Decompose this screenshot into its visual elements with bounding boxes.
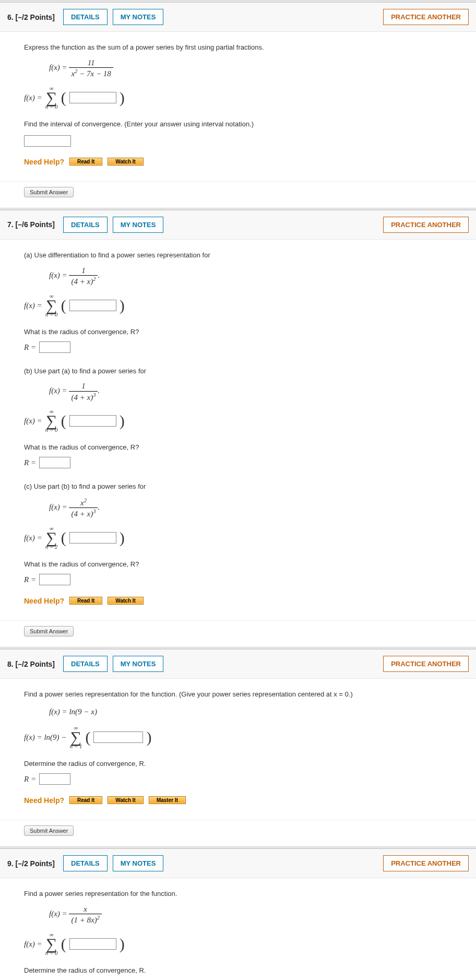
radius-prompt: Determine the radius of convergence, R. [24,759,452,770]
part-a-radius-prompt: What is the radius of convergence, R? [24,327,452,338]
mynotes-button[interactable]: MY NOTES [113,656,164,672]
practice-another-button[interactable]: PRACTICE ANOTHER [383,217,469,233]
mynotes-button[interactable]: MY NOTES [113,855,164,871]
part-b-series-row: f(x) = ∞∑n = 0 ( ) [24,409,452,433]
watchit-button[interactable]: Watch It [108,796,144,804]
part-c-term-input[interactable] [69,532,116,544]
readit-button[interactable]: Read It [69,796,102,804]
submit-row: Submit Answer [0,181,476,208]
question-number: 9. [–/2 Points] [7,859,55,868]
part-b-prompt: (b) Use part (a) to find a power series … [24,366,452,377]
part-b-term-input[interactable] [69,415,116,427]
readit-button[interactable]: Read It [69,597,102,605]
submit-answer-button[interactable]: Submit Answer [24,187,74,197]
function-display: f(x) = 11x2 − 7x − 18 [49,58,452,78]
part-c-radius-input[interactable] [39,574,70,585]
mynotes-button[interactable]: MY NOTES [113,217,164,233]
prompt-text: Express the function as the sum of a pow… [24,42,452,53]
part-b-function: f(x) = 1(4 + x)3. [49,382,452,402]
question-body: Find a power series representation for t… [0,679,476,820]
radius-prompt: Determine the radius of convergence, R. [24,965,452,976]
submit-answer-button[interactable]: Submit Answer [24,825,74,836]
need-help-label: Need Help? [24,156,64,168]
practice-another-button[interactable]: PRACTICE ANOTHER [383,9,469,25]
function-display: f(x) = ln(9 − x) [49,705,452,718]
interval-input[interactable] [24,135,71,147]
question-header: 8. [–/2 Points] DETAILS MY NOTES PRACTIC… [0,650,476,679]
sigma-icon: ∞∑n = 1 [69,725,82,749]
details-button[interactable]: DETAILS [63,855,108,871]
question-header: 9. [–/2 Points] DETAILS MY NOTES PRACTIC… [0,849,476,878]
question-8: 8. [–/2 Points] DETAILS MY NOTES PRACTIC… [0,649,476,846]
part-a-series-row: f(x) = ∞∑n = 0 ( ) [24,293,452,317]
need-help-row: Need Help? Read It Watch It [24,595,452,607]
question-7: 7. [–/6 Points] DETAILS MY NOTES PRACTIC… [0,210,476,647]
prompt-text: Find a power series representation for t… [24,689,452,700]
mynotes-button[interactable]: MY NOTES [113,9,164,25]
series-answer-row: f(x) = ln(9) − ∞∑n = 1 ( ) [24,725,452,749]
sigma-icon: ∞∑n = 0 [45,293,58,317]
watchit-button[interactable]: Watch It [108,158,144,166]
question-body: Find a power series representation for t… [0,878,476,980]
part-a-radius-input[interactable] [39,341,70,353]
series-term-input[interactable] [69,92,116,103]
part-a-function: f(x) = 1(4 + x)2. [49,266,452,286]
need-help-row: Need Help? Read It Watch It [24,156,452,168]
need-help-row: Need Help? Read It Watch It Master It [24,795,452,806]
practice-another-button[interactable]: PRACTICE ANOTHER [383,656,469,672]
part-b-radius-input[interactable] [39,457,70,468]
need-help-label: Need Help? [24,795,64,806]
submit-row: Submit Answer [0,820,476,846]
masterit-button[interactable]: Master It [149,796,186,804]
interval-prompt: Find the interval of convergence. (Enter… [24,119,452,130]
question-body: Express the function as the sum of a pow… [0,32,476,181]
details-button[interactable]: DETAILS [63,9,108,25]
sigma-icon: ∞∑n = 0 [45,409,58,433]
radius-input[interactable] [39,773,70,785]
details-button[interactable]: DETAILS [63,217,108,233]
series-term-input[interactable] [69,938,116,950]
question-number: 6. [–/2 Points] [7,13,55,21]
series-answer-row: f(x) = ∞∑n = 0 ( ) [24,86,452,110]
part-b-radius-prompt: What is the radius of convergence, R? [24,442,452,453]
sigma-icon: ∞∑n = 2 [45,526,58,550]
submit-row: Submit Answer [0,620,476,647]
sigma-icon: ∞∑n = 0 [45,86,58,110]
practice-another-button[interactable]: PRACTICE ANOTHER [383,855,469,871]
prompt-text: Find a power series representation for t… [24,889,452,900]
part-a-prompt: (a) Use differentiation to find a power … [24,250,452,261]
readit-button[interactable]: Read It [69,158,102,166]
question-number: 7. [–/6 Points] [7,220,55,229]
sigma-icon: ∞∑n = 0 [45,932,58,956]
part-c-radius-prompt: What is the radius of convergence, R? [24,559,452,570]
question-header: 6. [–/2 Points] DETAILS MY NOTES PRACTIC… [0,3,476,32]
part-c-series-row: f(x) = ∞∑n = 2 ( ) [24,526,452,550]
question-9: 9. [–/2 Points] DETAILS MY NOTES PRACTIC… [0,848,476,980]
part-a-term-input[interactable] [69,300,116,311]
part-c-function: f(x) = x2(4 + x)3. [49,498,452,518]
question-6: 6. [–/2 Points] DETAILS MY NOTES PRACTIC… [0,2,476,208]
watchit-button[interactable]: Watch It [108,597,144,605]
question-body: (a) Use differentiation to find a power … [0,240,476,620]
question-header: 7. [–/6 Points] DETAILS MY NOTES PRACTIC… [0,210,476,240]
need-help-label: Need Help? [24,595,64,607]
series-term-input[interactable] [93,731,143,743]
details-button[interactable]: DETAILS [63,656,108,672]
function-display: f(x) = x(1 + 8x)2 [49,905,452,925]
part-c-prompt: (c) Use part (b) to find a power series … [24,481,452,492]
submit-answer-button[interactable]: Submit Answer [24,626,74,636]
question-number: 8. [–/2 Points] [7,660,55,668]
series-answer-row: f(x) = ∞∑n = 0 ( ) [24,932,452,956]
